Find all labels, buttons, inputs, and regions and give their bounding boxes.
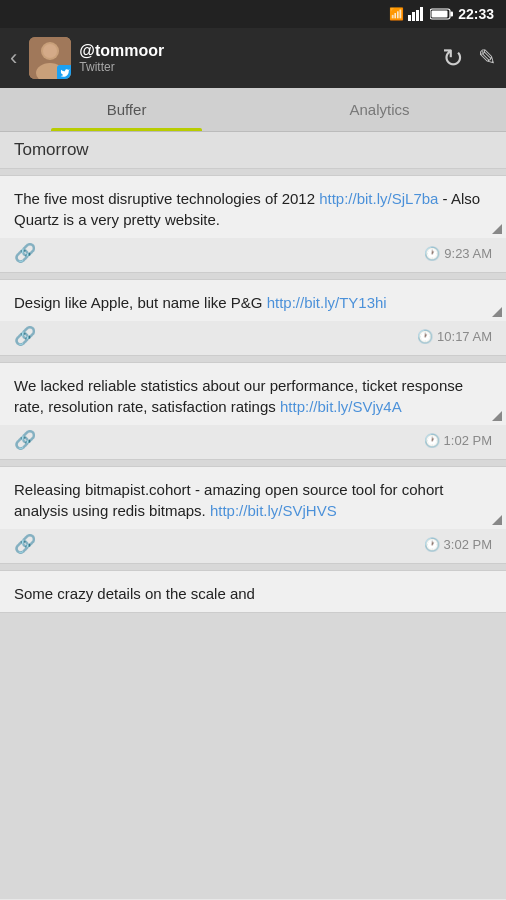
status-bar: 📶 22:33 <box>0 0 506 28</box>
clock-icon: 🕐 <box>424 537 440 552</box>
clock-icon: 🕐 <box>424 246 440 261</box>
tweet-text: Releasing bitmapist.cohort - amazing ope… <box>0 467 506 529</box>
tweet-meta: 🔗 🕐 10:17 AM <box>0 321 506 355</box>
svg-rect-1 <box>412 12 415 21</box>
tweet-card: We lacked reliable statistics about our … <box>0 362 506 460</box>
tweet-corner-icon <box>492 307 502 317</box>
tweet-corner-icon <box>492 411 502 421</box>
back-button[interactable]: ‹ <box>10 45 17 71</box>
tweet-meta: 🔗 🕐 9:23 AM <box>0 238 506 272</box>
link-icon: 🔗 <box>14 429 36 451</box>
status-icons: 📶 22:33 <box>389 6 494 22</box>
tweet-link[interactable]: http://bit.ly/TY13hi <box>267 294 387 311</box>
header-service: Twitter <box>79 60 434 74</box>
tweet-time: 🕐 10:17 AM <box>417 329 492 344</box>
tweet-time: 🕐 1:02 PM <box>424 433 492 448</box>
twitter-badge <box>57 65 71 79</box>
battery-icon <box>430 8 454 20</box>
app-header: ‹ @tommoor Twitter ↻ ✎ <box>0 28 506 88</box>
section-title: Tomorrow <box>0 132 506 169</box>
tweet-time: 🕐 3:02 PM <box>424 537 492 552</box>
header-username: @tommoor <box>79 42 434 60</box>
tweet-meta: 🔗 🕐 1:02 PM <box>0 425 506 459</box>
tweet-card: Releasing bitmapist.cohort - amazing ope… <box>0 466 506 564</box>
tab-buffer[interactable]: Buffer <box>0 88 253 131</box>
edit-button[interactable]: ✎ <box>478 45 496 71</box>
tweet-text: We lacked reliable statistics about our … <box>0 363 506 425</box>
tweet-link[interactable]: http://bit.ly/SjL7ba <box>319 190 438 207</box>
tweet-card: The five most disruptive technologies of… <box>0 175 506 273</box>
refresh-button[interactable]: ↻ <box>442 43 464 74</box>
tweet-card: Design like Apple, but name like P&G htt… <box>0 279 506 356</box>
tweet-meta: 🔗 🕐 3:02 PM <box>0 529 506 563</box>
svg-rect-0 <box>408 15 411 21</box>
tweet-text: The five most disruptive technologies of… <box>0 176 506 238</box>
tweet-text: Some crazy details on the scale and <box>0 571 506 612</box>
tweet-text: Design like Apple, but name like P&G htt… <box>0 280 506 321</box>
link-icon: 🔗 <box>14 533 36 555</box>
avatar <box>29 37 71 79</box>
tweet-time: 🕐 9:23 AM <box>424 246 492 261</box>
tweet-corner-icon <box>492 515 502 525</box>
link-icon: 🔗 <box>14 325 36 347</box>
link-icon: 🔗 <box>14 242 36 264</box>
tweet-card: Some crazy details on the scale and <box>0 570 506 613</box>
tweet-link[interactable]: http://bit.ly/SVjy4A <box>280 398 402 415</box>
clock-icon: 🕐 <box>424 433 440 448</box>
svg-rect-6 <box>432 11 448 18</box>
tab-bar: Buffer Analytics <box>0 88 506 132</box>
signal-icon <box>408 7 426 21</box>
svg-point-10 <box>43 44 57 58</box>
svg-rect-5 <box>451 12 454 17</box>
tweet-list: The five most disruptive technologies of… <box>0 169 506 899</box>
clock-icon: 🕐 <box>417 329 433 344</box>
tweet-link[interactable]: http://bit.ly/SVjHVS <box>210 502 337 519</box>
tab-analytics[interactable]: Analytics <box>253 88 506 131</box>
time-display: 22:33 <box>458 6 494 22</box>
svg-rect-2 <box>416 10 419 21</box>
tweet-corner-icon <box>492 224 502 234</box>
header-actions: ↻ ✎ <box>442 43 496 74</box>
header-info: @tommoor Twitter <box>79 42 434 74</box>
wifi-icon: 📶 <box>389 7 404 21</box>
svg-rect-3 <box>420 7 423 21</box>
